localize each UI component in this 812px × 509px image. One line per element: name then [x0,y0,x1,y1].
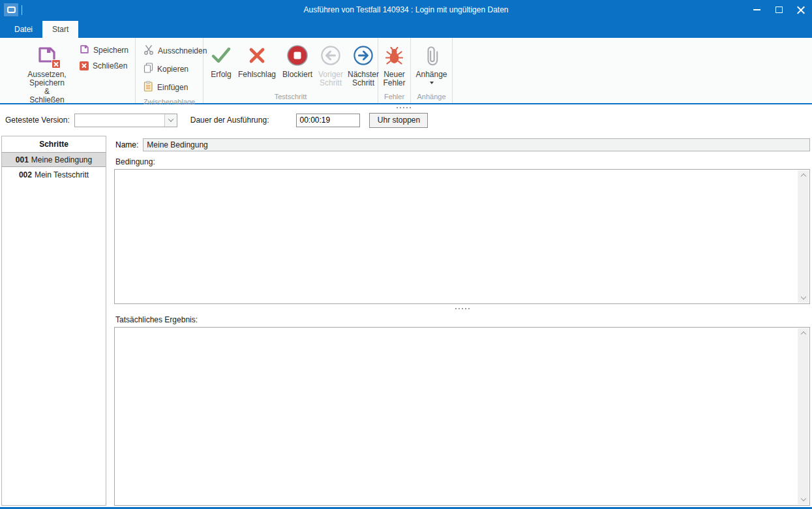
combo-dropdown-button[interactable] [164,114,177,127]
step-number: 002 [19,170,32,179]
group-caption-fehler: Fehler [378,92,410,103]
blocked-button[interactable]: Blockiert [279,39,316,79]
clipboard-icon [143,81,153,94]
previous-step-label: Voriger Schritt [318,70,343,87]
ribbon-group-datei: Aussetzen, Speichern & Schließen Speiche… [1,38,136,103]
ribbon-group-testschritt: Erfolg Fehlschlag [203,38,378,103]
chevron-down-icon [168,116,173,121]
save-label: Speichern [93,46,128,55]
window-title: Ausführen von Testfall 140934 : Login mi… [78,5,734,14]
attachments-button[interactable]: Anhänge [412,39,451,84]
bug-icon [385,42,403,69]
name-label: Name: [115,140,138,149]
step-name: Mein Testschritt [35,170,89,179]
splitter-grip[interactable] [397,107,411,108]
new-defect-label: Neuer Fehler [383,70,406,87]
attachments-label: Anhänge [415,70,447,79]
steps-panel-header: Schritte [2,136,106,152]
blocked-label: Blockiert [282,70,312,79]
stop-clock-button[interactable]: Uhr stoppen [369,113,428,128]
paste-label: Einfügen [157,83,188,92]
actual-result-textarea[interactable] [115,328,798,504]
condition-scrollbar[interactable] [798,170,809,303]
copy-label: Kopieren [157,65,188,74]
duration-input[interactable] [296,114,360,127]
next-step-button[interactable]: Nächster Schritt [346,39,381,87]
step-name: Meine Bedingung [31,155,92,164]
minimize-icon [753,9,760,10]
stop-circle-icon [286,42,308,69]
red-x-square-icon [80,61,89,70]
scissors-icon [143,44,154,57]
suspend-save-close-label: Aussetzen, Speichern & Schließen [27,70,67,104]
copy-button[interactable]: Kopieren [141,60,191,78]
scroll-down-icon[interactable] [800,294,805,300]
floppy-close-icon [37,46,57,66]
tested-version-input[interactable] [75,114,164,127]
condition-label: Bedingung: [115,157,810,166]
window-icon [7,7,16,13]
close-step-label: Schließen [93,61,127,70]
minimize-button[interactable] [745,0,768,20]
steps-panel: Schritte 001 Meine Bedingung 002 Mein Te… [1,136,106,506]
group-caption-anhaenge: Anhänge [411,92,452,103]
condition-textarea[interactable] [115,170,798,303]
ribbon-tabrow: Datei Start [0,20,812,38]
window-controls [745,0,812,20]
maximize-icon [775,7,783,13]
chevron-down-icon [430,82,434,84]
fail-label: Fehlschlag [238,70,276,79]
name-field: Meine Bedingung [143,138,810,151]
arrow-right-circle-icon [353,42,374,69]
condition-textbox [114,169,810,304]
pass-button[interactable]: Erfolg [207,39,235,79]
cut-label: Ausschneiden [158,46,207,55]
suspend-save-close-button[interactable]: Aussetzen, Speichern & Schließen [23,39,70,104]
check-icon [211,42,232,69]
arrow-left-circle-icon [320,42,341,69]
next-step-label: Nächster Schritt [348,70,379,87]
splitter-grip[interactable] [455,308,470,309]
paste-button[interactable]: Einfügen [141,78,190,97]
tested-version-combobox[interactable] [74,114,177,127]
main-content: Schritte 001 Meine Bedingung 002 Mein Te… [0,136,812,507]
actual-result-textbox [114,327,810,506]
actual-result-scrollbar[interactable] [798,328,809,504]
paperclip-icon [425,42,439,69]
step-item-002[interactable]: 002 Mein Testschritt [2,167,106,182]
tab-datei[interactable]: Datei [5,21,42,38]
scroll-up-icon[interactable] [800,332,805,337]
group-caption-testschritt: Testschritt [203,92,378,103]
titlebar-separator [22,5,22,15]
scroll-up-icon[interactable] [800,174,805,179]
fail-button[interactable]: Fehlschlag [235,39,279,79]
x-icon [248,42,266,69]
new-defect-button[interactable]: Neuer Fehler [380,39,409,87]
ribbon-group-anhaenge: Anhänge Anhänge [411,38,453,103]
close-button[interactable] [790,0,812,20]
save-button[interactable]: Speichern [76,42,132,59]
execution-toolbar: Getestete Version: Dauer der Ausführung:… [0,104,812,136]
copy-pages-icon [143,63,153,75]
scroll-down-icon[interactable] [800,496,805,501]
step-item-001[interactable]: 001 Meine Bedingung [2,152,106,167]
actual-result-label: Tatsächliches Ergebnis: [115,315,810,324]
pass-label: Erfolg [211,70,231,79]
duration-label: Dauer der Ausführung: [190,116,269,125]
step-detail-panel: Name: Meine Bedingung Bedingung: Tatsäch… [114,136,810,506]
tab-start[interactable]: Start [42,21,78,38]
ribbon-group-fehler: Neuer Fehler Fehler [378,38,411,103]
close-step-button[interactable]: Schließen [76,59,132,73]
tested-version-label: Getestete Version: [5,116,70,125]
cut-button[interactable]: Ausschneiden [141,42,209,60]
maximize-button[interactable] [768,0,790,20]
step-number: 001 [16,155,29,164]
app-window: Ausführen von Testfall 140934 : Login mi… [0,0,812,509]
app-menu-button[interactable] [4,3,18,16]
close-icon [797,6,805,14]
ribbon: Aussetzen, Speichern & Schließen Speiche… [0,38,812,104]
floppy-icon [80,44,89,56]
titlebar: Ausführen von Testfall 140934 : Login mi… [0,0,812,20]
ribbon-group-zwischenablage: Ausschneiden Kopieren [136,38,203,103]
previous-step-button: Voriger Schritt [316,39,346,87]
